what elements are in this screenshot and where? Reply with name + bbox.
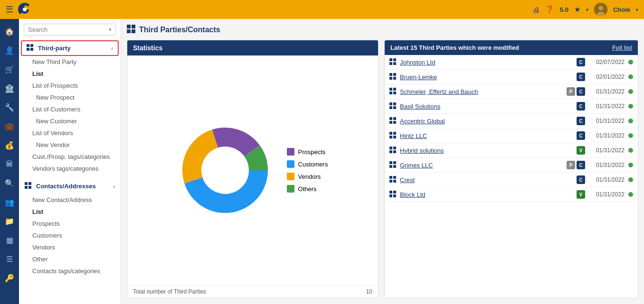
icon-sidebar: 🏠 👤 🛒 🏦 🔧 💼 💰 🏛 🔍 👥 📁 ▦ ☰ 🔑 — [0, 19, 19, 304]
row-date: 01/31/2022 — [589, 176, 625, 183]
svg-rect-50 — [389, 161, 392, 164]
badge-c: C — [577, 73, 585, 81]
row-name[interactable]: Crest — [400, 176, 573, 184]
row-name[interactable]: Hybrid solutions — [400, 147, 573, 154]
menu-item-contacts-prospects[interactable]: Prospects — [19, 218, 121, 230]
svg-rect-32 — [389, 92, 392, 94]
star-icon[interactable]: ★ — [574, 5, 580, 14]
third-party-label: Third-party — [38, 45, 71, 52]
svg-rect-27 — [393, 73, 396, 76]
nav-icon-bank[interactable]: 🏦 — [1, 80, 18, 97]
table-row[interactable]: Grimes LLCPC01/31/2022 — [385, 158, 638, 173]
svg-rect-38 — [389, 117, 392, 120]
nav-icon-key[interactable]: 🔑 — [1, 269, 18, 286]
svg-rect-61 — [393, 194, 396, 197]
svg-rect-47 — [393, 147, 396, 149]
help-icon[interactable]: ❓ — [545, 5, 554, 14]
contacts-chevron-icon[interactable]: ‹ — [113, 184, 115, 189]
svg-rect-22 — [389, 58, 392, 61]
menu-item-contacts-vendors[interactable]: Vendors — [19, 241, 121, 253]
nav-icon-persons[interactable]: 👥 — [1, 193, 18, 211]
table-row[interactable]: Hybrid solutionsV01/31/2022 — [385, 143, 638, 158]
hamburger-icon[interactable]: ☰ — [6, 4, 13, 15]
row-date: 02/07/2022 — [589, 59, 625, 65]
row-name[interactable]: Hintz LLC — [400, 132, 573, 139]
svg-point-3 — [598, 6, 603, 10]
contacts-section-header[interactable]: Contacts/Addresses ‹ — [19, 178, 121, 194]
menu-item-contacts-customers[interactable]: Customers — [19, 230, 121, 241]
search-input[interactable] — [28, 26, 106, 33]
menu-item-contacts-tags[interactable]: Contacts tags/categories — [19, 265, 121, 277]
donut-chart — [178, 123, 273, 218]
svg-rect-15 — [127, 29, 131, 33]
menu-item-new-vendor[interactable]: New Vendor — [19, 139, 121, 151]
menu-item-new-third-party[interactable]: New Third Party — [19, 56, 121, 68]
menu-item-list-customers[interactable]: List of Customers — [19, 103, 121, 115]
stats-body: Prospects Customers Vendors — [127, 55, 378, 285]
menu-item-new-customer[interactable]: New Customer — [19, 115, 121, 127]
menu-item-cust-tags[interactable]: Cust./Prosp. tags/categories — [19, 151, 121, 163]
star-chevron-icon[interactable]: ▾ — [586, 7, 588, 12]
table-row[interactable]: Hintz LLCC01/31/2022 — [385, 129, 638, 143]
user-chevron-icon[interactable]: ▾ — [636, 7, 638, 12]
badge-p: P — [567, 161, 575, 169]
nav-icon-coins[interactable]: 💰 — [1, 137, 18, 154]
table-row[interactable]: Block LtdV01/31/2022 — [385, 187, 638, 202]
third-party-section: Third-party ‹ New Third Party List List … — [19, 38, 121, 176]
stats-footer: Total number of Third Parties 10 — [127, 285, 378, 298]
page-title: Third Parties/Contacts — [139, 26, 220, 34]
menu-item-new-contact[interactable]: New Contact/Address — [19, 194, 121, 206]
search-input-wrap[interactable]: ▾ — [24, 24, 116, 36]
search-caret-icon: ▾ — [109, 27, 112, 33]
full-list-link[interactable]: Full list — [612, 45, 632, 51]
table-row[interactable]: Johnston LtdC02/07/2022 — [385, 55, 638, 70]
nav-icon-search[interactable]: 🔍 — [1, 175, 18, 192]
table-row[interactable]: Accentric GlobalC01/31/2022 — [385, 114, 638, 129]
table-row[interactable]: CrestC01/31/2022 — [385, 173, 638, 187]
nav-icon-grid[interactable]: ▦ — [1, 231, 18, 249]
nav-icon-tools[interactable]: 🔧 — [1, 99, 18, 116]
nav-icon-folder[interactable]: 📁 — [1, 212, 18, 230]
row-name[interactable]: Accentric Global — [400, 118, 573, 125]
stats-footer-value: 10 — [366, 288, 372, 295]
menu-item-contacts-list-header[interactable]: List — [19, 206, 121, 218]
third-party-chevron-icon[interactable]: ‹ — [111, 46, 113, 51]
print-icon[interactable]: 🖨 — [532, 6, 540, 14]
latest-header: Latest 15 Third Parties which were modif… — [385, 40, 638, 55]
svg-rect-42 — [389, 132, 392, 135]
row-name[interactable]: Bruen-Lemke — [400, 74, 573, 81]
nav-icon-user[interactable]: 👤 — [1, 42, 18, 59]
nav-icon-list[interactable]: ☰ — [1, 250, 18, 267]
table-row[interactable]: Bruen-LemkeC02/01/2022 — [385, 70, 638, 84]
legend-item-others: Others — [287, 185, 328, 193]
row-name[interactable]: Grimes LLC — [400, 162, 563, 169]
nav-icon-briefcase[interactable]: 💼 — [1, 118, 18, 135]
row-name[interactable]: Schmeler, Effertz and Bauch — [400, 88, 563, 95]
menu-item-vendor-tags[interactable]: Vendors tags/categories — [19, 163, 121, 175]
table-row[interactable]: Basil SolutionsC01/31/2022 — [385, 99, 638, 114]
third-party-section-header[interactable]: Third-party ‹ — [21, 40, 119, 56]
menu-item-list-vendors[interactable]: List of Vendors — [19, 127, 121, 139]
table-row[interactable]: Schmeler, Effertz and BauchPC01/31/2022 — [385, 84, 638, 99]
contacts-label: Contacts/Addresses — [36, 183, 96, 190]
nav-icon-building[interactable]: 🏛 — [1, 156, 18, 173]
svg-rect-30 — [389, 88, 392, 91]
menu-item-list-prospects[interactable]: List of Prospects — [19, 80, 121, 92]
status-dot — [628, 133, 633, 138]
menu-item-list-header[interactable]: List — [19, 68, 121, 80]
nav-icon-home[interactable]: 🏠 — [1, 23, 18, 40]
row-date: 01/31/2022 — [589, 103, 625, 110]
svg-rect-12 — [28, 186, 31, 189]
row-name[interactable]: Basil Solutions — [400, 103, 573, 110]
svg-rect-31 — [393, 88, 396, 91]
row-date: 01/31/2022 — [589, 88, 625, 95]
row-name[interactable]: Johnston Ltd — [400, 59, 573, 66]
badge-c: C — [577, 102, 585, 111]
svg-rect-48 — [389, 150, 392, 153]
chart-container: Prospects Customers Vendors — [178, 123, 328, 218]
nav-icon-cart[interactable]: 🛒 — [1, 61, 18, 78]
menu-item-contacts-other[interactable]: Other — [19, 253, 121, 265]
menu-item-new-prospect[interactable]: New Prospect — [19, 92, 121, 103]
status-dot — [628, 163, 633, 167]
row-name[interactable]: Block Ltd — [400, 191, 573, 198]
